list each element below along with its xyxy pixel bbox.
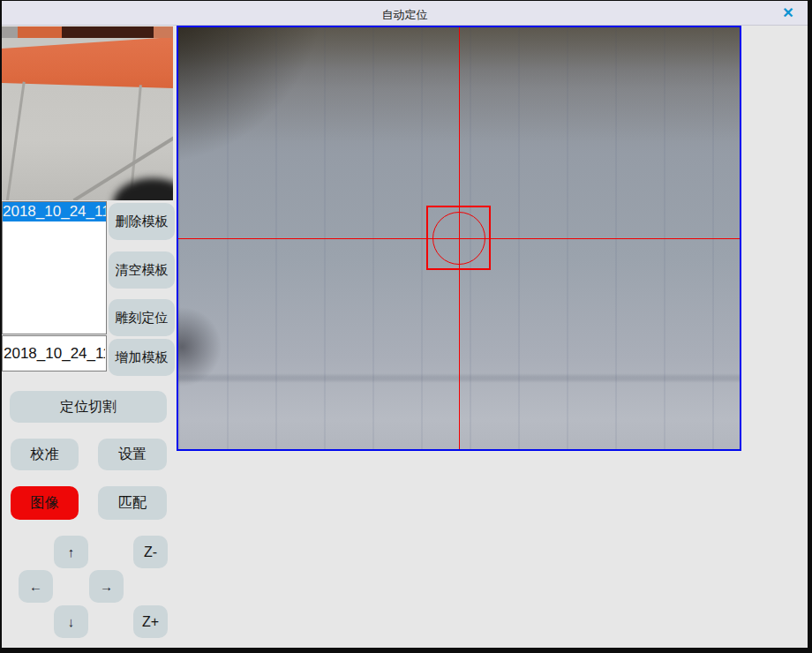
add-template-button[interactable]: 增加模板	[109, 339, 175, 376]
preview-orange-beam	[2, 26, 173, 115]
preview-top-shadow-patch	[62, 26, 154, 38]
jog-left-button[interactable]: ←	[19, 570, 53, 603]
close-icon[interactable]: ✕	[779, 4, 797, 22]
image-button[interactable]: 图像	[11, 486, 79, 520]
template-list[interactable]: 2018_10_24_11	[2, 201, 107, 334]
preview-top-orange-patch	[18, 26, 62, 38]
camera-view[interactable]	[177, 26, 741, 451]
jog-z-plus-button[interactable]: Z+	[133, 605, 168, 638]
settings-button[interactable]: 设置	[98, 439, 167, 470]
preview-tile-grout-left	[5, 81, 25, 200]
template-preview-image	[2, 26, 173, 200]
calibrate-button[interactable]: 校准	[11, 439, 79, 470]
jog-right-button[interactable]: →	[89, 570, 124, 603]
preview-dark-object	[113, 178, 173, 200]
jog-down-button[interactable]: ↓	[54, 605, 88, 638]
preview-top-right-patch	[154, 26, 173, 38]
engrave-position-button[interactable]: 雕刻定位	[109, 299, 175, 336]
clear-templates-button[interactable]: 清空模板	[109, 251, 175, 289]
delete-template-button[interactable]: 删除模板	[109, 203, 175, 240]
camera-feed[interactable]	[178, 27, 740, 449]
position-cut-button[interactable]: 定位切割	[10, 391, 167, 423]
target-circle	[432, 212, 485, 265]
dialog-title: 自动定位	[2, 7, 808, 23]
auto-position-dialog: 自动定位 ✕ 2018_10_24_11 删除模板 清空模板 雕刻定位 增加模板…	[2, 1, 808, 648]
template-list-item[interactable]: 2018_10_24_11	[3, 202, 106, 221]
jog-up-button[interactable]: ↑	[54, 536, 88, 568]
jog-z-minus-button[interactable]: Z-	[133, 536, 168, 568]
match-button[interactable]: 匹配	[98, 486, 167, 520]
title-bar[interactable]: 自动定位 ✕	[2, 1, 808, 26]
template-name-input[interactable]	[2, 335, 107, 372]
